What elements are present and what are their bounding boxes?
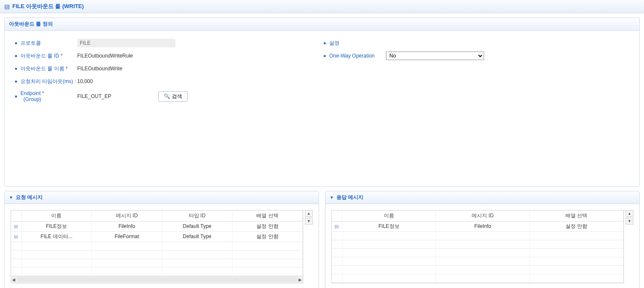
req-cell: Default Type [162,221,232,231]
req-col-msgid: 메시지 ID [92,210,162,222]
req-cell: 설정 안함 [232,231,303,242]
protocol-label: 프로토콜 [20,40,41,47]
row-icon: ▤ [334,224,339,229]
bullet-icon [15,68,17,70]
definition-panel-header: 아웃바운드 룰 정의 [5,18,639,31]
res-cell: 설정 안함 [530,221,624,231]
scroll-right-icon[interactable]: ▶ [299,277,302,282]
table-row[interactable] [11,259,303,267]
search-button[interactable]: 🔍 검색 [158,91,188,102]
vertical-scrollbar: ▲ ▼ [305,210,313,283]
res-col-msgid: 메시지 ID [436,210,530,222]
response-panel: ▼ 응답 메시지 이름 메시지 ID 배열 선택 [325,191,640,288]
req-cell: FileFormat [92,231,162,242]
protocol-value: FILE [77,39,175,47]
scroll-up-icon[interactable]: ▲ [305,210,313,217]
table-row[interactable]: ▤ FILE정보 FileInfo Default Type 설정 안함 [11,221,303,231]
request-table-header: 이름 메시지 ID 타입 ID 배열 선택 [11,210,303,222]
table-row[interactable] [11,242,303,250]
res-col-array: 배열 선택 [530,210,624,222]
page-header: ▤ FILE 아웃바운드 룰 (WRITE) [0,0,644,13]
req-col-array: 배열 선택 [232,210,303,222]
response-table: 이름 메시지 ID 배열 선택 ▤ FILE정보 FileInfo 설정 안함 [331,210,624,283]
scroll-down-icon[interactable]: ▼ [305,218,313,225]
scroll-up-icon[interactable]: ▲ [626,210,633,217]
req-cell: FILE정보 [21,221,92,231]
horizontal-scrollbar[interactable]: ◀ ▶ [11,276,303,283]
request-panel: ▼ 요청 메시지 이름 메시지 ID 타입 ID 배열 선택 [4,191,319,288]
table-row[interactable] [332,274,624,282]
oneway-select[interactable]: No [386,52,484,60]
table-row[interactable] [11,250,303,259]
rule-id-value: FILEOutboundWriteRule [77,53,133,59]
row-icon: ▤ [14,234,18,239]
req-col-name: 이름 [21,210,92,222]
desc-label: 설명 [329,40,339,47]
table-row[interactable] [332,248,624,257]
endpoint-label-line2: (Group) [20,96,44,102]
definition-panel-title: 아웃바운드 룰 정의 [9,20,53,28]
req-cell: FileInfo [92,221,162,231]
req-cell: Default Type [162,231,232,242]
rule-name-label: 아웃바운드 룰 이름 * [20,65,68,72]
definition-panel-body: 프로토콜 FILE 아웃바운드 룰 ID * FILEOutboundWrite… [5,31,639,186]
timeout-label: 요청처리 타임아웃(ms) : [20,78,76,85]
scroll-track[interactable] [17,277,297,282]
search-button-label: 검색 [172,93,182,100]
res-cell: FILE정보 [342,221,436,231]
table-row[interactable] [11,267,303,276]
vertical-scrollbar: ▲ ▼ [626,210,633,283]
rule-id-label: 아웃바운드 룰 ID * [20,52,63,60]
definition-right-col: 설명 One-Way Operation No [322,38,631,106]
request-panel-header: ▼ 요청 메시지 [5,191,319,204]
response-panel-title: 응답 메시지 [337,194,363,201]
bullet-icon [15,55,17,57]
table-row[interactable] [332,231,624,240]
bullet-icon [15,95,17,98]
response-table-header: 이름 메시지 ID 배열 선택 [332,210,624,222]
res-cell: FileInfo [436,221,530,231]
collapse-icon[interactable]: ▼ [330,195,334,200]
res-col-name: 이름 [342,210,436,222]
table-row[interactable] [332,257,624,265]
table-row[interactable]: ▤ FILE정보 FileInfo 설정 안함 [332,221,624,231]
request-panel-title: 요청 메시지 [16,194,43,201]
req-cell: FILE 데이터... [21,231,92,242]
table-row[interactable]: ▤ FILE 데이터... FileFormat Default Type 설정… [11,231,303,242]
row-icon: ▤ [14,224,18,229]
timeout-value: 10,000 [77,78,93,84]
response-panel-header: ▼ 응답 메시지 [325,191,639,204]
endpoint-value: FILE_OUT_EP [77,93,111,99]
definition-panel: 아웃바운드 룰 정의 프로토콜 FILE 아웃바운드 룰 ID * FILEOu… [4,17,640,187]
table-row[interactable] [332,240,624,248]
oneway-label: One-Way Operation [329,53,374,59]
collapse-icon[interactable]: ▼ [9,195,13,200]
request-table: 이름 메시지 ID 타입 ID 배열 선택 ▤ FILE정보 FileInfo … [11,210,303,283]
endpoint-label-line1: Endpoint * [20,90,44,96]
scroll-down-icon[interactable]: ▼ [626,218,633,225]
bullet-icon [15,81,17,83]
rule-name-value: FILEOutboundWrite [77,66,122,72]
save-icon: ▤ [4,3,10,10]
page-title: FILE 아웃바운드 룰 (WRITE) [12,3,84,10]
scroll-left-icon[interactable]: ◀ [12,277,15,282]
req-col-typeid: 타입 ID [162,210,232,222]
bullet-icon [15,42,17,44]
bullet-icon [324,42,326,44]
table-row[interactable] [332,265,624,274]
search-icon: 🔍 [164,93,170,99]
req-cell: 설정 안함 [232,221,303,231]
definition-left-col: 프로토콜 FILE 아웃바운드 룰 ID * FILEOutboundWrite… [13,38,322,106]
endpoint-label: Endpoint * (Group) [20,90,44,103]
bullet-icon [324,55,326,57]
